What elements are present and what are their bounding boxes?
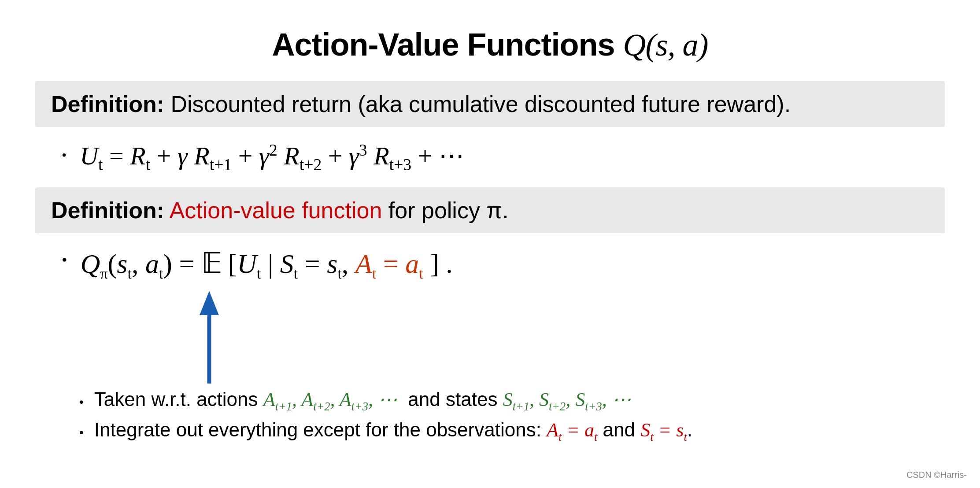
def2-text: for policy π. bbox=[388, 197, 509, 223]
formula-line-1: • Ut = Rt + γ Rt+1 + γ2 Rt+2 + γ3 Rt+3 +… bbox=[62, 140, 945, 174]
definition-box-2: Definition: Action-value function for po… bbox=[35, 187, 945, 233]
formula-2-content: Qπ(st, at) = 𝔼 [Ut | St = st, At = at ] … bbox=[81, 246, 453, 282]
def2-red-text: Action-value function bbox=[170, 197, 382, 223]
bp2-text: Integrate out everything except for the … bbox=[94, 419, 692, 444]
bp1-green-2: St+1, St+2, St+3, ⋯ bbox=[503, 389, 631, 410]
formula-line-2: • Qπ(st, at) = 𝔼 [Ut | St = st, At = at … bbox=[62, 246, 945, 282]
bp2-red-2: St = st bbox=[640, 419, 687, 441]
def2-label: Definition: bbox=[51, 197, 164, 223]
annotation-arrow bbox=[192, 287, 227, 384]
bullet-2: • bbox=[62, 251, 67, 269]
slide: Action-Value Functions Q(s, a) Definitio… bbox=[0, 0, 980, 488]
watermark: CSDN ©Harris- bbox=[906, 470, 967, 480]
bp-dot-1: • bbox=[79, 395, 84, 409]
bullet-1: • bbox=[62, 147, 67, 164]
annotation-section bbox=[62, 287, 945, 384]
bp1-green-1: At+1, At+2, At+3, ⋯ bbox=[263, 389, 397, 410]
def1-label: Definition: bbox=[51, 91, 164, 117]
formula-1-content: Ut = Rt + γ Rt+1 + γ2 Rt+2 + γ3 Rt+3 + ⋯ bbox=[80, 140, 464, 174]
svg-marker-1 bbox=[200, 291, 219, 315]
bp2-red-1: At = at bbox=[547, 419, 597, 441]
definition-box-1: Definition: Discounted return (aka cumul… bbox=[35, 81, 945, 127]
bullet-point-1: • Taken w.r.t. actions At+1, At+2, At+3,… bbox=[79, 388, 945, 413]
bp-dot-2: • bbox=[79, 425, 84, 440]
bullet-points-section: • Taken w.r.t. actions At+1, At+2, At+3,… bbox=[79, 388, 945, 444]
bp1-text: Taken w.r.t. actions At+1, At+2, At+3, ⋯… bbox=[94, 388, 631, 413]
def1-text: Discounted return (aka cumulative discou… bbox=[171, 91, 791, 117]
bullet-point-2: • Integrate out everything except for th… bbox=[79, 419, 945, 444]
slide-title: Action-Value Functions Q(s, a) bbox=[35, 18, 945, 63]
